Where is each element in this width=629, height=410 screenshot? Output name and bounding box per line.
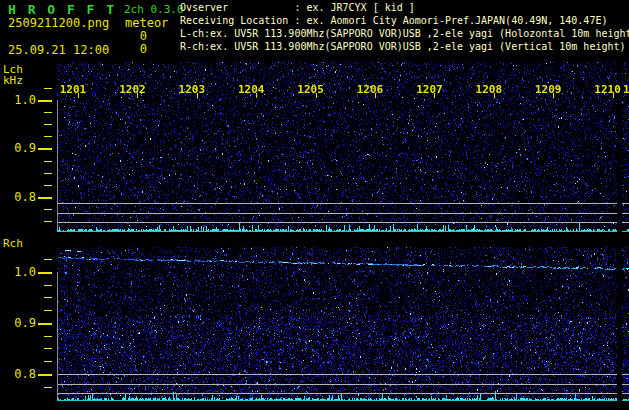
freq-tick-label: 0.9 xyxy=(0,142,36,154)
freq-tick-label: 1.0 xyxy=(0,266,36,278)
rch-setup-line: R-ch:ex. UV5R 113.900Mhz(SAPPORO VOR)USB… xyxy=(180,40,629,53)
freq-minor-tick xyxy=(44,310,52,311)
freq-minor-tick xyxy=(44,88,52,89)
meteor-count-bottom: 0 xyxy=(100,42,147,56)
freq-major-tick xyxy=(38,100,52,102)
time-tick-label: 1210 xyxy=(592,84,624,95)
khz-unit-label: kHz xyxy=(3,75,23,86)
freq-minor-tick xyxy=(44,259,52,260)
time-tick-label: 1204 xyxy=(235,84,267,95)
station-info-block: Ovserver : ex. JR7CYX [ kid ] Receiving … xyxy=(180,1,629,53)
freq-tick-label: 0.8 xyxy=(0,191,36,203)
freq-major-tick xyxy=(38,272,52,274)
location-line: Receiving Location : ex. Aomori City Aom… xyxy=(180,14,629,27)
observer-line: Ovserver : ex. JR7CYX [ kid ] xyxy=(180,1,629,14)
filename-label: 2509211200.png xyxy=(8,16,109,30)
version-label: 2ch 0.3.0 xyxy=(124,3,184,16)
freq-minor-tick xyxy=(44,209,52,210)
meteor-count-top: 0 xyxy=(100,29,147,43)
freq-major-tick xyxy=(38,197,52,199)
app-title: H R O F F T xyxy=(8,2,116,17)
time-tick-label: 1209 xyxy=(532,84,564,95)
rch-spectrogram xyxy=(57,247,629,410)
time-tick-label: 1207 xyxy=(413,84,445,95)
freq-minor-tick xyxy=(44,221,52,222)
time-tick-label: 1206 xyxy=(354,84,386,95)
time-tick-mark xyxy=(375,93,376,98)
time-tick-label: 1208 xyxy=(473,84,505,95)
freq-minor-tick xyxy=(44,124,52,125)
time-tick-mark xyxy=(137,93,138,98)
hrofft-screen: H R O F F T 2ch 0.3.0 2509211200.png met… xyxy=(0,0,629,410)
freq-minor-tick xyxy=(44,336,52,337)
freq-minor-tick xyxy=(44,112,52,113)
freq-minor-tick xyxy=(44,297,52,298)
time-tick-label: 1201 xyxy=(57,84,89,95)
freq-tick-label: 0.9 xyxy=(0,317,36,329)
time-tick-mark xyxy=(197,93,198,98)
time-tick-mark xyxy=(256,93,257,98)
freq-major-tick xyxy=(38,374,52,376)
freq-minor-tick xyxy=(44,285,52,286)
time-tick-label: 1205 xyxy=(295,84,327,95)
time-tick-label: 1203 xyxy=(176,84,208,95)
time-tick-mark xyxy=(316,93,317,98)
time-tick-mark xyxy=(494,93,495,98)
time-tick-label: 1202 xyxy=(116,84,148,95)
freq-major-tick xyxy=(38,323,52,325)
freq-minor-tick xyxy=(44,387,52,388)
freq-tick-label: 0.8 xyxy=(0,368,36,380)
time-tick-mark xyxy=(78,93,79,98)
freq-minor-tick xyxy=(44,361,52,362)
time-tick-mark xyxy=(553,93,554,98)
freq-tick-label: 1.0 xyxy=(0,94,36,106)
rch-axis-label: Rch xyxy=(3,238,23,249)
freq-minor-tick xyxy=(44,136,52,137)
freq-minor-tick xyxy=(44,173,52,174)
datetime-label: 25.09.21 12:00 xyxy=(8,43,109,57)
freq-minor-tick xyxy=(44,185,52,186)
mode-label: meteor xyxy=(125,16,168,30)
time-tick-mark xyxy=(613,93,614,98)
freq-minor-tick xyxy=(44,161,52,162)
freq-major-tick xyxy=(38,148,52,150)
time-tick-mark xyxy=(434,93,435,98)
lch-setup-line: L-ch:ex. UV5R 113.900Mhz(SAPPORO VOR)USB… xyxy=(180,27,629,40)
freq-minor-tick xyxy=(44,348,52,349)
time-tick-label-partial: 12 xyxy=(623,84,629,95)
